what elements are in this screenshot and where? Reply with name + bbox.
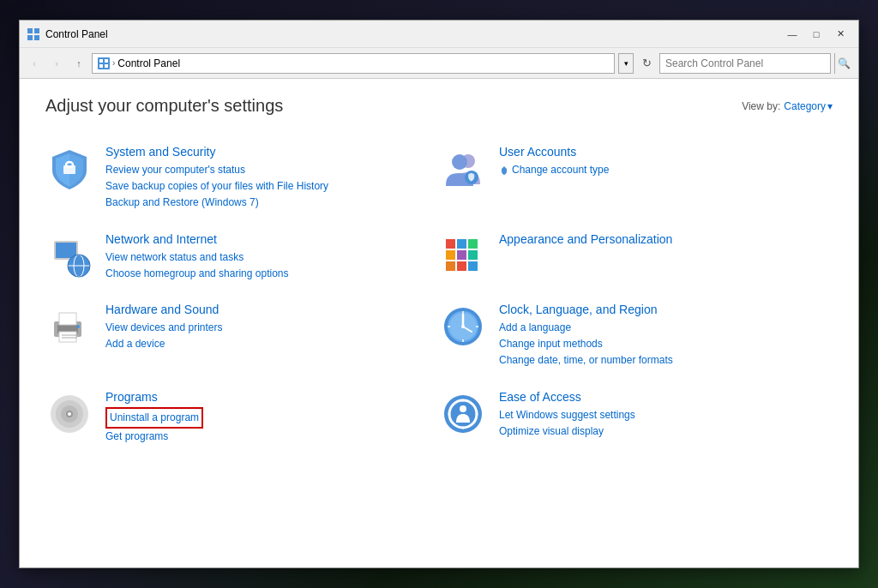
window-title: Control Panel [45,28,781,40]
svg-rect-24 [468,250,478,260]
category-network-internet: Network and Internet View network status… [45,224,439,294]
clock-language-link-1[interactable]: Add a language [499,320,824,336]
breadcrumb-text: Control Panel [117,57,180,69]
category-clock-language: Clock, Language, and Region Add a langua… [439,294,833,381]
svg-point-49 [68,412,71,416]
view-by: View by: Category ▾ [742,100,833,112]
user-accounts-text: User Accounts Change account type [499,145,824,178]
svg-rect-27 [468,261,478,271]
ease-access-icon [439,390,487,438]
page-title: Adjust your computer's settings [45,96,283,116]
view-by-label: View by: [742,100,780,112]
clock-language-link-2[interactable]: Change input methods [499,336,824,352]
system-security-link-2[interactable]: Save backup copies of your files with Fi… [105,178,430,195]
network-internet-icon [45,232,93,280]
svg-rect-21 [468,239,478,249]
user-accounts-link-1[interactable]: Change account type [499,162,824,178]
clock-language-icon [439,303,487,351]
svg-point-40 [461,325,465,328]
category-hardware-sound: Hardware and Sound View devices and prin… [45,294,439,381]
network-internet-link-1[interactable]: View network status and tasks [105,249,430,266]
control-panel-window: Control Panel — □ ✕ ‹ › ↑ › C [19,20,859,568]
svg-rect-20 [457,239,466,249]
network-internet-title[interactable]: Network and Internet [105,232,430,246]
svg-rect-25 [446,261,455,271]
category-user-accounts: User Accounts Change account type [439,136,833,224]
system-security-icon [45,145,93,193]
search-input[interactable] [665,57,825,69]
appearance-icon [439,232,487,280]
svg-rect-3 [34,35,39,40]
svg-point-51 [460,405,466,412]
ease-access-text: Ease of Access Let Windows suggest setti… [499,390,824,440]
system-security-link-1[interactable]: Review your computer's status [105,162,430,178]
view-by-dropdown[interactable]: Category ▾ [784,100,833,112]
user-accounts-icon [439,145,487,193]
refresh-button[interactable]: ↻ [637,53,656,74]
title-bar: Control Panel — □ ✕ [20,21,858,48]
programs-link-2[interactable]: Get programs [105,429,430,445]
clock-language-text: Clock, Language, and Region Add a langua… [499,303,824,369]
category-system-security: System and Security Review your computer… [45,136,439,224]
close-button[interactable]: ✕ [829,26,851,43]
svg-rect-31 [59,332,76,342]
svg-rect-22 [446,250,455,260]
forward-button[interactable]: › [47,54,66,73]
address-dropdown-button[interactable]: ▾ [618,53,634,74]
svg-rect-5 [105,59,108,63]
hardware-sound-link-1[interactable]: View devices and printers [105,320,430,336]
back-button[interactable]: ‹ [25,54,44,73]
address-field[interactable]: › Control Panel [92,53,615,74]
svg-rect-7 [105,64,108,68]
svg-rect-6 [99,64,103,68]
address-bar: ‹ › ↑ › Control Panel ▾ ↻ 🔍 [20,48,858,79]
programs-link-1[interactable]: Uninstall a program [105,407,203,429]
hardware-sound-icon [45,303,93,351]
svg-rect-4 [99,59,103,63]
system-security-title[interactable]: System and Security [105,145,430,159]
hardware-sound-link-2[interactable]: Add a device [105,336,430,352]
clock-language-title[interactable]: Clock, Language, and Region [499,303,824,316]
svg-rect-19 [446,239,455,249]
maximize-button[interactable]: □ [805,26,827,43]
ease-access-link-2[interactable]: Optimize visual display [499,423,824,440]
svg-rect-1 [34,28,39,33]
programs-title[interactable]: Programs [105,390,430,404]
search-box[interactable] [659,53,831,74]
system-security-link-3[interactable]: Backup and Restore (Windows 7) [105,195,430,211]
programs-text: Programs Uninstall a program Get program… [105,390,430,445]
window-controls: — □ ✕ [781,26,851,43]
category-appearance: Appearance and Personalization [439,224,833,294]
appearance-title[interactable]: Appearance and Personalization [499,232,824,246]
page-header: Adjust your computer's settings View by:… [45,96,833,116]
svg-rect-2 [27,35,33,40]
ease-access-title[interactable]: Ease of Access [499,390,824,404]
search-button[interactable]: 🔍 [834,53,853,74]
category-programs: Programs Uninstall a program Get program… [45,381,439,457]
svg-rect-23 [457,250,466,260]
breadcrumb-icon [98,57,110,69]
system-security-text: System and Security Review your computer… [105,145,430,212]
up-button[interactable]: ↑ [69,54,88,73]
network-internet-link-2[interactable]: Choose homegroup and sharing options [105,266,430,282]
breadcrumb-separator: › [112,58,115,68]
svg-rect-0 [27,28,33,33]
category-ease-access: Ease of Access Let Windows suggest setti… [439,381,833,457]
hardware-sound-title[interactable]: Hardware and Sound [105,303,430,316]
appearance-text: Appearance and Personalization [499,232,824,249]
main-content: Adjust your computer's settings View by:… [20,79,858,567]
svg-rect-30 [59,313,76,325]
breadcrumb: › Control Panel [98,57,180,69]
network-internet-text: Network and Internet View network status… [105,232,430,282]
minimize-button[interactable]: — [781,26,803,43]
svg-point-34 [76,325,80,328]
categories-grid: System and Security Review your computer… [45,136,833,457]
svg-point-11 [452,154,467,170]
ease-access-link-1[interactable]: Let Windows suggest settings [499,407,824,423]
user-accounts-title[interactable]: User Accounts [499,145,824,159]
programs-icon [45,390,93,438]
window-icon [27,27,40,41]
clock-language-link-3[interactable]: Change date, time, or number formats [499,352,824,369]
svg-rect-26 [457,261,466,271]
hardware-sound-text: Hardware and Sound View devices and prin… [105,303,430,352]
